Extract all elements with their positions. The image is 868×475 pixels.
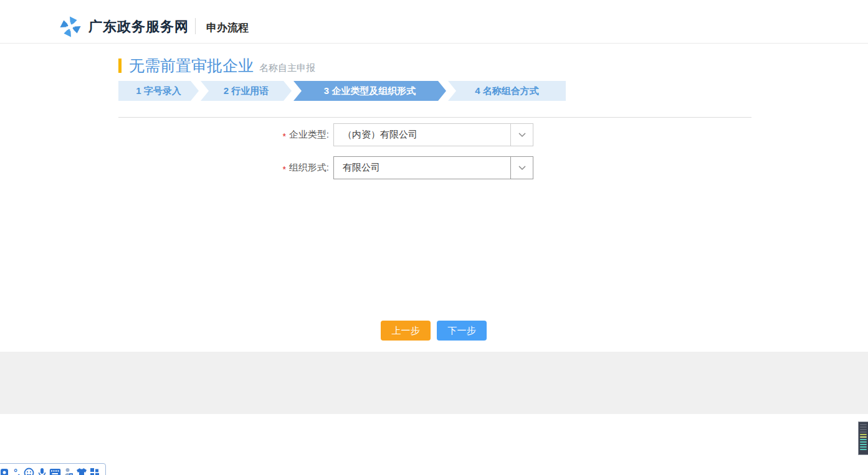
edge-monitor-widget xyxy=(858,421,868,455)
ime-mode-icon[interactable] xyxy=(0,466,11,475)
toolbox-grid-icon[interactable] xyxy=(88,466,101,475)
emoji-icon[interactable] xyxy=(22,466,36,475)
required-asterisk: * xyxy=(282,131,285,141)
brand-link[interactable]: 广东政务服务网 xyxy=(59,15,189,39)
required-asterisk: * xyxy=(282,164,285,174)
enterprise-type-label-text: 企业类型: xyxy=(289,129,329,141)
microphone-icon[interactable] xyxy=(36,466,49,475)
page-subtitle: 名称自主申报 xyxy=(259,62,315,74)
chevron-down-icon xyxy=(510,157,533,179)
step-2-industry-term[interactable]: 2 行业用语 xyxy=(201,81,292,101)
nav-title: 申办流程 xyxy=(206,21,249,35)
page-title-block: 无需前置审批企业 名称自主申报 xyxy=(118,56,315,75)
accent-bar xyxy=(118,59,122,73)
page-title: 无需前置审批企业 xyxy=(129,55,254,76)
ime-toolbar: °, xyxy=(0,463,106,475)
step-3-enterprise-type[interactable]: 3 企业类型及组织形式 xyxy=(293,81,446,101)
organization-form-value: 有限公司 xyxy=(334,157,510,179)
handwriting-icon[interactable] xyxy=(62,466,75,475)
footer: 主办：深圳市市场监督管理局（深圳市知识产权局） 承办：浪潮软件股份有限公司 版权… xyxy=(0,352,868,414)
enterprise-type-value: （内资）有限公司 xyxy=(334,124,510,146)
next-step-button[interactable]: 下一步 xyxy=(437,321,487,341)
skin-icon[interactable] xyxy=(75,466,88,475)
enterprise-type-label: * 企业类型: xyxy=(187,123,329,146)
organization-form-label-text: 组织形式: xyxy=(289,162,329,174)
organization-form-select[interactable]: 有限公司 xyxy=(333,156,533,179)
organization-form-label: * 组织形式: xyxy=(187,156,329,179)
keyboard-icon[interactable] xyxy=(49,466,62,475)
chevron-down-icon xyxy=(510,124,533,146)
brand-title: 广东政务服务网 xyxy=(88,17,189,36)
punctuation-mode-icon[interactable]: °, xyxy=(11,469,22,475)
pinwheel-logo-icon xyxy=(59,15,82,39)
header-divider xyxy=(195,18,196,34)
page-root: 广东政务服务网 申办流程 无需前置审批企业 名称自主申报 1 字号录入 2 行业… xyxy=(0,0,868,475)
step-1-trade-name[interactable]: 1 字号录入 xyxy=(118,81,199,101)
header: 广东政务服务网 申办流程 xyxy=(0,0,868,44)
content-divider xyxy=(118,117,751,118)
previous-step-button[interactable]: 上一步 xyxy=(381,321,431,341)
enterprise-type-select[interactable]: （内资）有限公司 xyxy=(333,123,533,146)
step-wizard: 1 字号录入 2 行业用语 3 企业类型及组织形式 4 名称组合方式 xyxy=(118,81,566,101)
step-4-name-combination[interactable]: 4 名称组合方式 xyxy=(448,81,566,101)
